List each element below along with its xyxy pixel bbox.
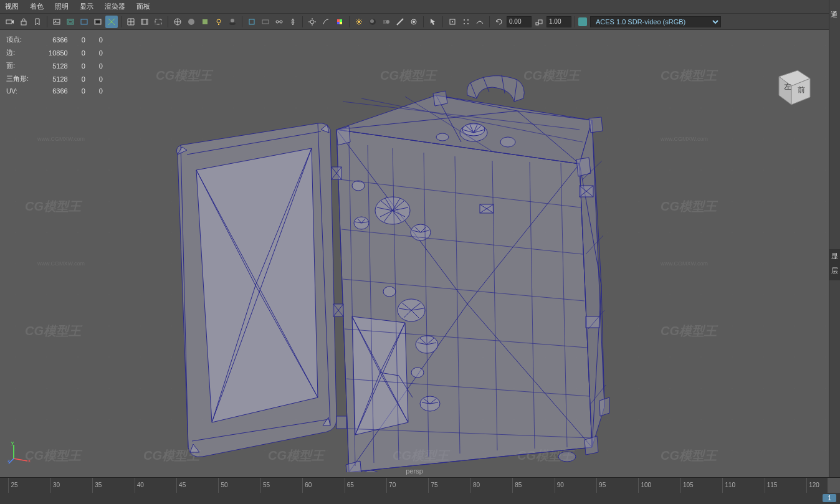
viewport-toolbar: ACES 1.0 SDR-video (sRGB) xyxy=(0,14,840,30)
svg-rect-18 xyxy=(262,20,269,24)
axis-gizmo[interactable]: y x z xyxy=(7,440,32,465)
timeline-end-handle[interactable] xyxy=(828,478,840,493)
svg-point-36 xyxy=(467,19,469,21)
separator xyxy=(349,16,350,27)
watermark: CG模型王 xyxy=(25,447,81,464)
svg-rect-39 xyxy=(536,22,538,25)
menu-panels[interactable]: 面板 xyxy=(136,2,150,11)
svg-point-38 xyxy=(467,23,469,24)
svg-rect-17 xyxy=(249,19,254,24)
selection-icon[interactable] xyxy=(427,16,439,28)
menu-display[interactable]: 显示 xyxy=(80,2,93,11)
menu-lighting[interactable]: 照明 xyxy=(55,2,69,11)
viewport-menubar: 视图 着色 照明 显示 渲染器 面板 xyxy=(0,0,840,14)
timeline-current-frame[interactable]: 1 xyxy=(823,494,836,502)
gamma-icon[interactable] xyxy=(320,16,332,28)
select-camera-icon[interactable] xyxy=(4,16,16,28)
right-panel-sub: 显 层 xyxy=(829,249,840,280)
camera-label: persp xyxy=(406,467,423,475)
svg-rect-58 xyxy=(336,416,346,429)
svg-rect-26 xyxy=(340,22,342,24)
exposure-icon[interactable] xyxy=(306,16,318,28)
dof-icon[interactable] xyxy=(408,16,420,28)
svg-point-12 xyxy=(188,19,194,25)
svg-rect-13 xyxy=(203,19,208,24)
timeline[interactable]: 25 30 35 40 45 50 55 60 65 70 75 80 85 9… xyxy=(0,477,840,504)
image-plane-icon[interactable] xyxy=(50,16,63,28)
textured-icon[interactable] xyxy=(199,16,211,28)
stats-row-faces: 面:512800 xyxy=(6,60,115,72)
use-all-lights-icon[interactable] xyxy=(212,16,225,28)
watermark-url: www.CGMXW.com xyxy=(37,260,85,267)
smooth-shade-icon[interactable] xyxy=(185,16,198,28)
snap-icon[interactable] xyxy=(446,16,459,28)
svg-point-35 xyxy=(464,19,465,21)
svg-point-29 xyxy=(370,19,374,23)
isolate-select-icon[interactable] xyxy=(246,16,258,28)
svg-rect-5 xyxy=(69,21,72,23)
snap-grid-icon[interactable] xyxy=(460,16,472,28)
watermark-url: www.CGMXW.com xyxy=(661,260,708,267)
scale-icon[interactable] xyxy=(533,16,545,28)
ao-icon[interactable] xyxy=(366,16,379,28)
motion-blur-icon[interactable] xyxy=(380,16,393,28)
menu-view[interactable]: 视图 xyxy=(5,2,19,11)
stats-row-edges: 边:1085000 xyxy=(6,47,115,59)
xray-joints-icon[interactable] xyxy=(273,16,285,28)
grid-icon[interactable] xyxy=(125,16,137,28)
menu-renderer[interactable]: 渲染器 xyxy=(105,2,125,11)
scale-input[interactable] xyxy=(546,16,571,27)
watermark: CG模型王 xyxy=(25,198,81,215)
colorspace-select[interactable]: ACES 1.0 SDR-video (sRGB) xyxy=(590,16,721,27)
rotate-icon[interactable] xyxy=(493,16,505,28)
lock-camera-icon[interactable] xyxy=(17,16,30,28)
svg-point-16 xyxy=(231,19,234,22)
stats-hud: 顶点:636600 边:1085000 面:512800 三角形:512800 … xyxy=(5,32,117,97)
wireframe-shaded-icon[interactable] xyxy=(171,16,184,28)
stats-row-uvs: UV:636600 xyxy=(6,86,115,96)
viewcube[interactable]: 左 前 xyxy=(766,61,816,111)
viewport[interactable]: 顶点:636600 边:1085000 面:512800 三角形:512800 … xyxy=(0,30,829,477)
svg-text:x: x xyxy=(28,458,31,464)
svg-point-63 xyxy=(558,452,576,462)
snap-curve-icon[interactable] xyxy=(474,16,486,28)
rotation-input[interactable] xyxy=(507,16,532,27)
safe-action-icon[interactable] xyxy=(152,16,165,28)
separator xyxy=(47,16,47,27)
field-chart-icon[interactable] xyxy=(105,16,118,28)
gate-mask-icon[interactable] xyxy=(92,16,104,28)
svg-line-68 xyxy=(14,459,27,461)
svg-rect-8 xyxy=(96,21,100,23)
watermark: CG模型王 xyxy=(661,67,717,84)
separator xyxy=(121,16,122,27)
bookmark-icon[interactable] xyxy=(31,16,44,28)
film-gate-icon[interactable] xyxy=(64,16,77,28)
svg-point-32 xyxy=(413,21,415,23)
anti-alias-icon[interactable] xyxy=(394,16,406,28)
svg-point-46 xyxy=(436,133,449,141)
xray-icon[interactable] xyxy=(259,16,272,28)
xray-active-icon[interactable] xyxy=(287,16,299,28)
shadows-icon[interactable] xyxy=(226,16,239,28)
svg-point-19 xyxy=(276,21,279,23)
view-transform-icon[interactable] xyxy=(333,16,346,28)
light-icon[interactable] xyxy=(353,16,365,28)
svg-point-44 xyxy=(462,123,485,136)
separator xyxy=(423,16,424,27)
film-icon[interactable] xyxy=(138,16,151,28)
svg-rect-10 xyxy=(155,19,161,24)
stats-row-verts: 顶点:636600 xyxy=(6,34,115,45)
right-panel: 通 xyxy=(829,0,840,477)
right-panel-label: 通 xyxy=(829,0,839,5)
svg-rect-1 xyxy=(21,21,26,25)
separator xyxy=(442,16,443,27)
resolution-gate-icon[interactable] xyxy=(78,16,90,28)
menu-shading[interactable]: 着色 xyxy=(30,2,44,11)
wireframe-model[interactable] xyxy=(143,67,611,472)
svg-point-27 xyxy=(358,21,360,23)
svg-rect-40 xyxy=(538,20,542,24)
svg-point-22 xyxy=(310,20,314,24)
right-sub-label: 显 xyxy=(829,249,840,264)
timeline-ruler[interactable]: 25 30 35 40 45 50 55 60 65 70 75 80 85 9… xyxy=(0,478,840,493)
svg-point-15 xyxy=(229,22,236,25)
